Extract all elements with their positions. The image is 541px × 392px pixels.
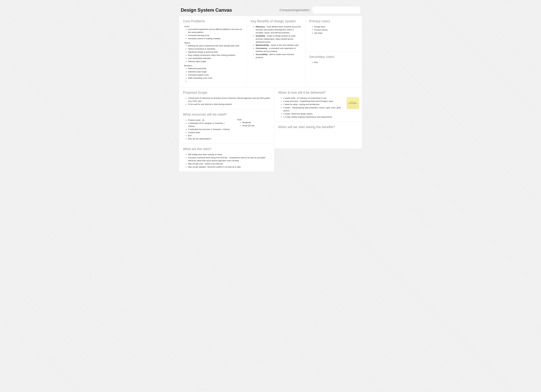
- key-benefits-list: Efficiency - more efficient team workflo…: [251, 25, 301, 59]
- list-item: 2 dedicated UI/UX designer (1 Greensill,…: [188, 122, 231, 128]
- group-label: Business:: [184, 64, 243, 67]
- list-item: Varied conventions & standards: [188, 47, 243, 50]
- list-item: Staff onboarding costs more: [188, 77, 243, 80]
- core-problems-heading: Core Problems: [183, 19, 243, 23]
- list-item: 2 dedicated front end dev (1 Greensill, …: [188, 128, 231, 131]
- key-benefits-heading: Key Benefits of Design System: [251, 19, 301, 23]
- list-item: Content writer: [188, 131, 231, 134]
- core-problems-cell: Core Problems Users:Inconsistent experie…: [179, 16, 247, 87]
- row-2: Proposed Scope Central point of referenc…: [179, 87, 362, 172]
- list-item: Significant design & technical debt: [188, 51, 243, 54]
- list-item: Increased support costs: [188, 73, 243, 76]
- risks-heading: What are the risks?: [183, 147, 270, 151]
- org-input[interactable]: [312, 7, 360, 13]
- list-item: Scalability - Easier to design product a…: [256, 34, 301, 43]
- list-item: Increases overhead when doing front end …: [188, 156, 270, 162]
- list-item: 1 week discovery - Establishing Rule and…: [283, 100, 343, 103]
- scope-list: Central point of reference for all teams…: [183, 97, 270, 106]
- list-item: May not get updated - becomes useless if…: [188, 166, 270, 168]
- sticky-note[interactable]: Here's my recommendation: [347, 97, 359, 109]
- list-item: Visual QA tool: [242, 124, 270, 127]
- row-1: Core Problems Users:Inconsistent experie…: [179, 16, 362, 87]
- group-list: Building the same components that have a…: [183, 44, 243, 63]
- resources-heading: What resources will we need?: [183, 113, 270, 116]
- list-item: 4 weeks - Standardising style properties…: [283, 106, 343, 112]
- list-item: Product owner - Ali: [188, 119, 231, 122]
- list-item: Increased chance of making mistakes: [188, 37, 243, 40]
- list-item: 2 weeks- Build first design system: [283, 112, 343, 115]
- list-item: Less predictable estimates: [188, 57, 243, 60]
- list-item: 1 week for setup - tooling and architect…: [283, 103, 343, 106]
- group-label: Users:: [184, 25, 243, 27]
- list-item: [188, 80, 243, 83]
- list-item: Building the same components that have a…: [188, 44, 243, 47]
- primary-users-list: Design teamProduct ownersDev team: [309, 25, 358, 35]
- see-benefits-heading: When will we start seeing the benefits?: [278, 125, 358, 129]
- header: Design System Canvas Company/organisatio…: [175, 4, 366, 16]
- left-column: Proposed Scope Central point of referenc…: [179, 87, 274, 172]
- secondary-users-cell: Secondary Users BAs: [305, 52, 362, 87]
- list-item: 2 weeks audit - UI Inventory of componen…: [283, 97, 343, 100]
- list-item: BA?: [188, 134, 231, 137]
- secondary-users-heading: Secondary Users: [309, 55, 358, 59]
- org-label: Company/organisation:: [280, 8, 310, 12]
- scope-heading: Proposed Scope: [183, 91, 270, 94]
- list-item: Storybook: [242, 121, 270, 124]
- secondary-users-list: BAs: [309, 61, 358, 64]
- canvas-outer: Design System Canvas Company/organisatio…: [175, 4, 366, 172]
- list-item: Product owners: [314, 28, 358, 31]
- group-list: Inconsistent experience across different…: [183, 28, 243, 40]
- list-item: Will initially slow down velocity on Ver…: [188, 153, 270, 156]
- right-column: When & how will it be delivered? 2 weeks…: [274, 87, 362, 172]
- resources-people-list: Product owner - Ali2 dedicated UI/UX des…: [183, 119, 231, 141]
- list-item: BAs: [314, 61, 358, 64]
- list-item: Central point of reference for all teams…: [188, 97, 270, 103]
- list-item: Delivery takes longer: [188, 60, 243, 63]
- resources-tools-col: Tools StorybookVisual QA tool: [237, 119, 270, 141]
- users-column: Primary Users Design teamProduct ownersD…: [305, 16, 362, 87]
- delivery-heading: When & how will it be delivered?: [278, 91, 358, 94]
- canvas-grid: Core Problems Users:Inconsistent experie…: [179, 16, 362, 172]
- group-label: Teams:: [184, 42, 243, 44]
- resources-tools-list: StorybookVisual QA tool: [237, 121, 270, 127]
- list-item: To be used for any internal or client fa…: [188, 103, 270, 106]
- list-item: Inconsistent experience across different…: [188, 28, 243, 34]
- risks-list: Will initially slow down velocity on Ver…: [183, 153, 270, 169]
- list-item: Design team: [314, 25, 358, 28]
- list-item: Busy making components rather than solvi…: [188, 54, 243, 57]
- list-item: Accessibility - able to create more incl…: [256, 53, 301, 59]
- resources-cell: What resources will we need? Product own…: [179, 109, 274, 144]
- org-field-wrap: Company/organisation:: [280, 7, 360, 13]
- see-benefits-cell: When will we start seeing the benefits?: [274, 122, 362, 149]
- primary-users-heading: Primary Users: [309, 19, 358, 23]
- page-title: Design System Canvas: [181, 7, 232, 13]
- risks-cell: What are the risks? Will initially slow …: [179, 144, 274, 172]
- tools-label: Tools: [237, 119, 270, 121]
- list-item: 1-2 days weekly ongoing maintenance and …: [283, 115, 343, 119]
- list-item: Dev team: [314, 31, 358, 35]
- list-item: Efficiency - more efficient team workflo…: [256, 25, 301, 34]
- primary-users-cell: Primary Users Design teamProduct ownersD…: [305, 16, 362, 52]
- delivery-list: 2 weeks audit - UI Inventory of componen…: [278, 97, 358, 119]
- list-item: Consistency - a consistent user experien…: [256, 47, 301, 53]
- list-item: Who are the stakeholders?: [188, 137, 231, 140]
- list-item: Deliveries take longer: [188, 70, 243, 73]
- list-item: Reduced productivity: [188, 67, 243, 70]
- list-item: Increased learning curve: [188, 34, 243, 37]
- list-item: Maintainability - easier to test and mai…: [256, 44, 301, 47]
- key-benefits-cell: Key Benefits of Design System Efficiency…: [247, 16, 305, 87]
- group-list: Reduced productivityDeliveries take long…: [183, 67, 243, 83]
- delivery-cell: When & how will it be delivered? 2 weeks…: [274, 87, 362, 122]
- scope-cell: Proposed Scope Central point of referenc…: [179, 87, 274, 109]
- list-item: May not get used - needs to be enforced: [188, 162, 270, 165]
